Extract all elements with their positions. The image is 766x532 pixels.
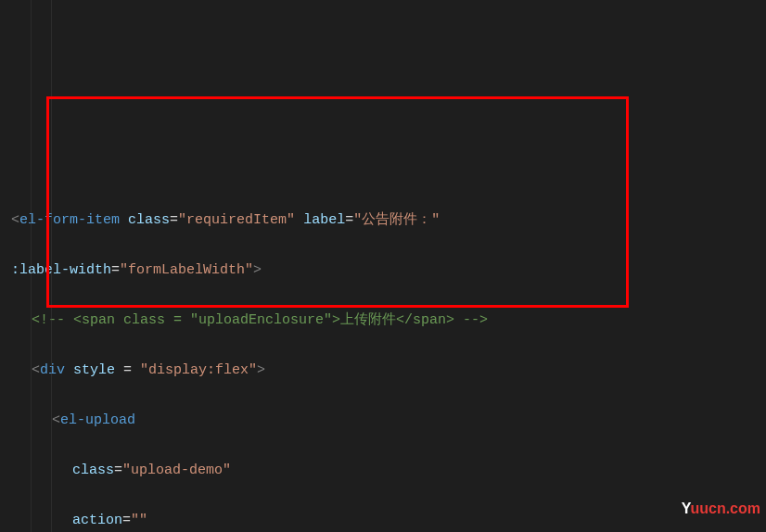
code-line: <el-upload	[11, 408, 755, 433]
code-line: <el-form-item class="requiredItem" label…	[11, 208, 755, 233]
code-line: :label-width="formLabelWidth">	[11, 258, 755, 283]
comment-line: <!-- <span class = "uploadEnclosure">上传附…	[11, 308, 755, 333]
code-block: <el-form-item class="requiredItem" label…	[11, 183, 755, 532]
code-line: class="upload-demo"	[11, 458, 755, 483]
code-line: action=""	[11, 508, 755, 532]
code-line: <div style = "display:flex">	[11, 358, 755, 383]
